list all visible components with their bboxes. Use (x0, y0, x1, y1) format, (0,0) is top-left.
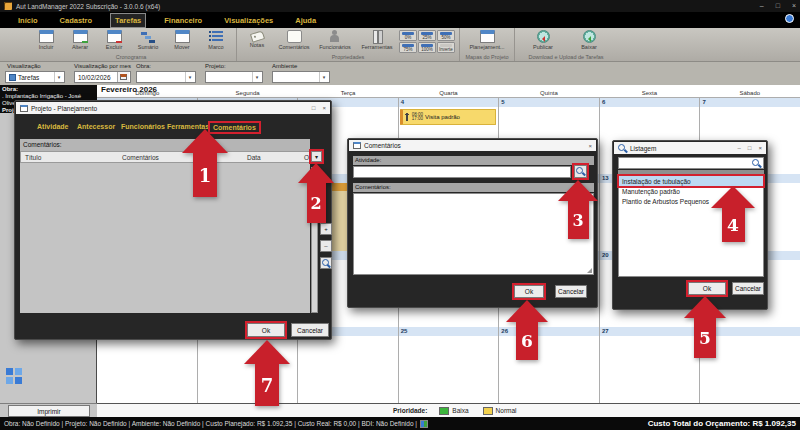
grid-icon[interactable] (6, 368, 22, 384)
menu-financeiro[interactable]: Financeiro (160, 14, 206, 27)
col-data: Data (247, 154, 261, 161)
comentarios-section-label: Comentários: (23, 141, 62, 148)
dialog1-ok-button[interactable]: Ok (247, 323, 285, 337)
dialog3-maximize-button[interactable]: □ (748, 145, 752, 151)
projeto-filter-label: Projeto: (205, 63, 226, 69)
minimize-button[interactable]: – (760, 0, 764, 12)
priority-normal-label: Normal (496, 407, 517, 414)
dialog2-cancel-button[interactable]: Cancelar (555, 285, 587, 298)
remove-comment-button[interactable]: – (320, 240, 332, 252)
obra-dropdown[interactable]: ▾ (136, 71, 196, 83)
menu-visualizacoes[interactable]: Visualizações (220, 14, 277, 27)
dialog1-maximize-button[interactable]: □ (312, 105, 316, 111)
comments-table-body[interactable] (20, 163, 310, 313)
search-icon (576, 167, 585, 176)
dialog3-ok-button[interactable]: Ok (688, 282, 726, 295)
projeto-dropdown[interactable]: ▾ (205, 71, 263, 83)
excluir-button[interactable]: Excluir (98, 29, 130, 50)
dialog1-close-button[interactable]: × (322, 105, 326, 111)
search-comment-button[interactable] (320, 257, 332, 269)
ribbon-group-propriedades: Notas Comentários Funcionários Ferrament… (237, 28, 460, 61)
menu-cadastro[interactable]: Cadastro (56, 14, 97, 27)
ribbon-toolbar: Incluir Alterar Excluir Sumário Mover Ma… (0, 28, 800, 62)
day-cell[interactable]: 25 (399, 327, 500, 403)
percent-100-button[interactable]: 100% (418, 42, 436, 53)
close-button[interactable]: × (792, 0, 796, 12)
marco-button[interactable]: Marco (200, 29, 232, 50)
menu-ajuda[interactable]: Ajuda (291, 14, 320, 27)
help-icon[interactable] (785, 14, 794, 23)
dialog3-minimize-button[interactable]: – (738, 145, 741, 151)
date-input[interactable]: 10/02/2026 (74, 71, 131, 83)
resize-grip-icon[interactable] (587, 268, 592, 273)
dayname-terca: Terça (298, 90, 398, 96)
chevron-down-icon[interactable]: ▾ (252, 72, 261, 82)
baixar-button[interactable]: Baixar (573, 29, 605, 50)
title-bar: Aut LandManager 2022 Subscrição - 3.0.0.… (0, 0, 800, 12)
visualizacao-dropdown[interactable]: Tarefas ▾ (5, 71, 65, 83)
dialog1-cancel-button[interactable]: Cancelar (291, 323, 329, 337)
incluir-button[interactable]: Incluir (30, 29, 62, 50)
ambiente-dropdown[interactable]: ▾ (272, 71, 330, 83)
window-title: Aut LandManager 2022 Subscrição - 3.0.0.… (16, 3, 160, 10)
tab-antecessor[interactable]: Antecessor (77, 123, 115, 130)
dialog2-title: Comentários (364, 142, 401, 149)
menu-inicio[interactable]: Início (14, 14, 42, 27)
percent-inverte-button[interactable]: Inverte (437, 42, 455, 53)
add-comment-button[interactable]: + (320, 223, 332, 235)
dialog2-title-bar: Comentários × (349, 140, 596, 151)
dialog2-ok-button[interactable]: Ok (514, 285, 544, 298)
mover-button[interactable]: Mover (166, 29, 198, 50)
tab-atividade[interactable]: Atividade (37, 123, 69, 130)
dialog3-title-bar: Listagem – □ × (614, 142, 766, 154)
chevron-down-icon[interactable]: ▾ (185, 72, 194, 82)
dayname-quinta: Quinta (499, 90, 599, 96)
dialog3-close-button[interactable]: × (758, 145, 762, 151)
atividade-search-button[interactable] (574, 165, 587, 178)
percent-75-button[interactable]: 75% (399, 42, 417, 53)
column-options-dropdown-button[interactable]: ▾ (311, 151, 322, 162)
priority-low-swatch (439, 407, 449, 415)
col-titulo: Título (25, 154, 41, 161)
list-item-selected[interactable]: Instalação de tubulação (619, 176, 763, 186)
comentarios-button[interactable]: Comentários (275, 29, 313, 50)
status-chart-icon (420, 420, 428, 428)
percent-0-button[interactable]: 0% (399, 30, 417, 41)
imprimir-button[interactable]: Imprimir (8, 405, 90, 417)
funcionarios-icon (328, 30, 343, 43)
notas-button[interactable]: Notas (241, 29, 273, 48)
dialog1-title: Projeto - Planejamento (31, 105, 97, 112)
atividade-input[interactable] (353, 166, 571, 178)
status-left-text: Obra: Não Definido | Projeto: Não Defini… (4, 420, 417, 427)
percent-buttons: 0% 25% 50% 75% 100% Inverte (399, 30, 455, 53)
group-caption-download: Download e Upload de Tarefas (519, 53, 613, 61)
dayname-segunda: Segunda (197, 90, 297, 96)
dialog2-close-button[interactable]: × (588, 143, 592, 149)
chevron-down-icon[interactable]: ▾ (54, 72, 63, 82)
sumario-button[interactable]: Sumário (132, 29, 164, 50)
menu-tarefas[interactable]: Tarefas (110, 13, 146, 28)
planejamento-button[interactable]: Planejament... (464, 29, 510, 50)
funcionarios-button[interactable]: Funcionários (315, 29, 355, 50)
dialog3-title: Listagem (630, 145, 656, 152)
event-visita-padrao[interactable]: 08:0017:00 Visita padrão (400, 109, 497, 125)
calendar-picker-icon[interactable] (117, 72, 129, 82)
listagem-search-input[interactable] (618, 157, 764, 169)
maximize-button[interactable]: □ (776, 0, 780, 12)
chevron-down-icon[interactable]: ▾ (319, 72, 328, 82)
dialog1-icon (20, 105, 28, 112)
tab-funcionarios[interactable]: Funcionários (121, 123, 165, 130)
percent-25-button[interactable]: 25% (418, 30, 436, 41)
dialog-projeto-planejamento: Projeto - Planejamento □ × Atividade Ant… (14, 100, 332, 340)
alterar-button[interactable]: Alterar (64, 29, 96, 50)
publicar-icon (537, 30, 550, 43)
col-o: O (304, 154, 309, 161)
app-window: Aut LandManager 2022 Subscrição - 3.0.0.… (0, 0, 800, 430)
ferramentas-button[interactable]: Ferramentas (357, 29, 397, 50)
percent-50-button[interactable]: 50% (437, 30, 455, 41)
listagem-icon (618, 144, 627, 153)
group-caption-propriedades: Propriedades (241, 53, 455, 61)
dialog3-cancel-button[interactable]: Cancelar (732, 282, 764, 295)
ambiente-filter-label: Ambiente (272, 63, 297, 69)
publicar-button[interactable]: Publicar (527, 29, 559, 50)
